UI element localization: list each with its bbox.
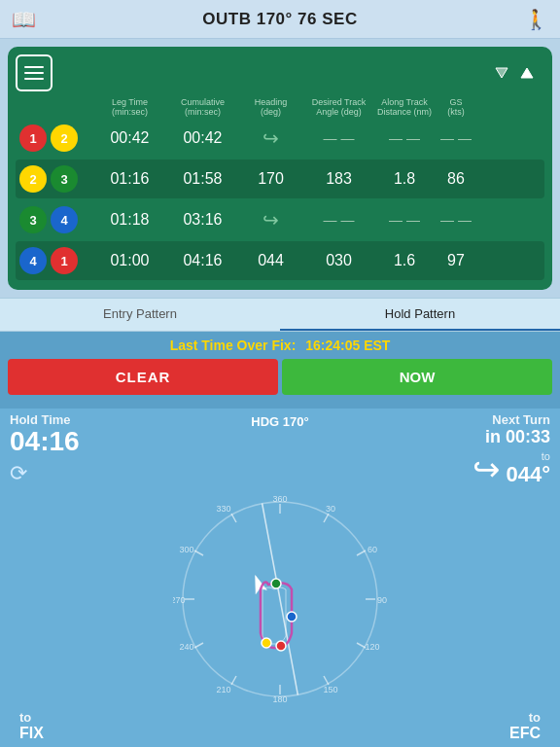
bottom-info-row: to FIX 02:51 to EFC 08:29 <box>10 706 550 747</box>
col-headers: Leg Time(min:sec) Cumulative(min:sec) He… <box>16 97 544 117</box>
loop-icon: ⟳ <box>10 461 80 486</box>
route-rows: 1200:4200:42↪— —— —— —2301:1601:58170183… <box>16 119 544 280</box>
svg-line-23 <box>194 551 203 555</box>
sort-down-icon[interactable] <box>492 63 511 83</box>
svg-text:360: 360 <box>272 494 287 504</box>
route-cell: 04:16 <box>166 252 239 269</box>
route-row: 1200:4200:42↪— —— —— — <box>16 119 544 158</box>
wp-badge-from: 1 <box>19 124 47 152</box>
route-cell: 01:18 <box>93 211 166 229</box>
svg-text:180: 180 <box>272 694 287 704</box>
wp-badge-to: 4 <box>51 206 78 233</box>
to-fix-sub: FIX <box>19 725 85 742</box>
sort-icons <box>492 63 537 83</box>
hold-time-value: 04:16 <box>10 427 80 457</box>
waypoints-cell: 41 <box>16 247 93 274</box>
svg-text:150: 150 <box>323 685 337 694</box>
svg-text:90: 90 <box>377 595 387 605</box>
tab-bar: Entry Pattern Hold Pattern <box>0 298 560 332</box>
col-leg-time: Leg Time(min:sec) <box>93 97 166 117</box>
clear-button[interactable]: CLEAR <box>8 359 278 395</box>
svg-point-30 <box>271 579 281 588</box>
top-bar: 📖 OUTB 170° 76 SEC 🚶 <box>0 0 560 39</box>
route-row: 2301:1601:581701831.886 <box>16 160 544 198</box>
route-cell: ↪ <box>239 126 302 150</box>
svg-marker-0 <box>496 68 508 78</box>
wp-badge-to: 3 <box>51 165 78 193</box>
wp-badge-from: 4 <box>19 247 47 274</box>
svg-point-29 <box>287 612 297 622</box>
wp-badge-from: 3 <box>19 206 47 233</box>
next-turn-block: Next Turn in 00:33 ↪ to 044° <box>472 412 550 488</box>
route-cell: — — <box>375 129 434 147</box>
svg-line-17 <box>231 676 236 685</box>
next-turn-arrow-deg: ↪ to 044° <box>472 449 550 488</box>
tab-hold-pattern[interactable]: Hold Pattern <box>280 299 560 331</box>
route-header-row <box>16 54 544 91</box>
svg-line-7 <box>357 551 366 555</box>
col-gs: GS(kts) <box>434 97 478 117</box>
route-cell: — — <box>302 211 375 229</box>
hold-time-block: Hold Time 04:16 ⟳ <box>10 412 80 486</box>
wp-badge-to: 2 <box>51 124 78 152</box>
next-turn-deg: 044° <box>506 462 550 487</box>
route-row: 3401:1803:16↪— —— —— — <box>16 200 544 239</box>
svg-text:270: 270 <box>173 595 186 605</box>
svg-line-5 <box>324 514 329 522</box>
route-cell: — — <box>434 129 478 147</box>
route-cell: 030 <box>302 252 375 269</box>
waypoints-cell: 12 <box>16 124 93 152</box>
route-cell: 183 <box>302 170 375 188</box>
col-heading: Heading(deg) <box>239 97 302 117</box>
header-title: OUTB 170° 76 SEC <box>202 10 357 29</box>
compass-svg: 360 30 60 90 120 150 180 <box>173 492 387 706</box>
to-efc-value: 08:29 <box>476 742 542 747</box>
compass-container: 360 30 60 90 120 150 180 <box>173 492 387 706</box>
col-cumulative: Cumulative(min:sec) <box>166 97 239 117</box>
svg-line-13 <box>324 676 329 685</box>
svg-text:330: 330 <box>216 504 230 514</box>
hold-info-row: Hold Time 04:16 ⟳ HDG 170° Next Turn in … <box>10 412 550 488</box>
sort-up-icon[interactable] <box>517 63 537 83</box>
hold-section: Last Time Over Fix: 16:24:05 EST CLEAR N… <box>0 332 560 409</box>
to-efc-sub: EFC <box>476 725 542 742</box>
book-icon[interactable]: 📖 <box>12 8 36 31</box>
svg-marker-1 <box>521 68 533 78</box>
route-cell: 01:00 <box>93 252 166 269</box>
next-turn-label: Next Turn <box>472 412 550 427</box>
route-cell: 00:42 <box>166 129 239 147</box>
route-cell: 03:16 <box>166 211 239 229</box>
route-row: 4101:0004:160440301.697 <box>16 241 544 280</box>
route-cell: 01:16 <box>93 170 166 188</box>
route-cell: — — <box>375 211 434 229</box>
tab-entry-pattern[interactable]: Entry Pattern <box>0 299 280 331</box>
svg-text:30: 30 <box>326 504 335 514</box>
route-cell: 1.8 <box>375 170 434 188</box>
to-efc-block: to EFC 08:29 <box>476 710 542 747</box>
svg-text:60: 60 <box>368 545 377 554</box>
to-efc-to-label: to <box>476 710 542 725</box>
to-fix-block: to FIX 02:51 <box>19 710 85 747</box>
svg-line-19 <box>194 643 203 648</box>
next-turn-to-label: to <box>506 450 550 462</box>
waypoints-cell: 23 <box>16 165 93 193</box>
hdg-label: HDG 170° <box>251 414 308 429</box>
route-cell: 044 <box>239 252 302 269</box>
now-button[interactable]: NOW <box>282 359 552 395</box>
hamburger-button[interactable] <box>16 54 52 91</box>
route-cell: 01:58 <box>166 170 239 188</box>
route-cell: 170 <box>239 170 302 188</box>
svg-text:300: 300 <box>179 545 193 554</box>
route-cell: 86 <box>434 170 478 188</box>
wp-badge-to: 1 <box>51 247 78 274</box>
wp-badge-from: 2 <box>19 165 47 193</box>
route-cell: 97 <box>434 252 478 269</box>
person-walk-icon[interactable]: 🚶 <box>524 8 548 31</box>
route-card: Leg Time(min:sec) Cumulative(min:sec) He… <box>8 47 552 290</box>
col-spacer <box>16 97 93 117</box>
clear-now-row: CLEAR NOW <box>8 359 552 395</box>
next-turn-arrow-icon: ↪ <box>472 449 500 488</box>
col-atd: Along Track Distance (nm) <box>375 97 434 117</box>
svg-point-31 <box>262 638 271 648</box>
svg-point-32 <box>276 641 286 651</box>
